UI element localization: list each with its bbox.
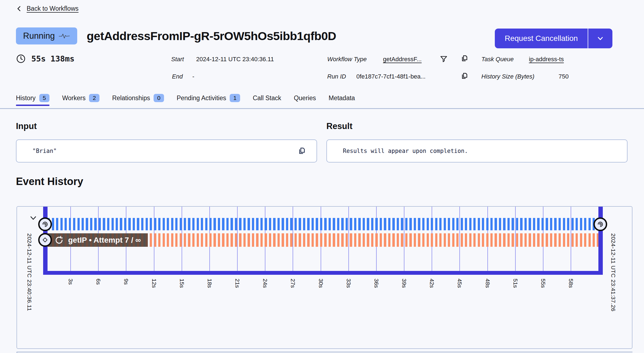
tab-label: Call Stack (253, 94, 281, 102)
tab-count-badge: 1 (230, 94, 240, 102)
tab-label: History (16, 94, 36, 102)
axis-tick-label: 42s (429, 279, 435, 288)
history-size-value: 750 (559, 73, 569, 80)
timeline-axis (43, 271, 603, 275)
chevron-down-icon (596, 34, 604, 43)
tab-label: Queries (294, 94, 316, 102)
axis-tick-label: 30s (318, 279, 324, 288)
axis-tick-label: 12s (151, 279, 157, 288)
tab-count-badge: 5 (39, 94, 50, 102)
tab-workers[interactable]: Workers 2 (62, 94, 99, 106)
event-history-timeline: getIP • Attempt 7 / ∞ 2024-12-11 UTC 23:… (16, 206, 632, 349)
heartbeat-icon (59, 32, 70, 40)
axis-tick-label: 15s (179, 279, 185, 288)
axis-tick-label: 18s (206, 279, 213, 288)
status-badge: Running (16, 27, 77, 44)
event-history-heading: Event History (16, 176, 83, 187)
axis-tick-label: 21s (234, 279, 241, 288)
back-to-workflows-link[interactable]: Back to Workflows (15, 5, 79, 12)
axis-tick-label: 9s (123, 279, 129, 285)
activity-node[interactable] (38, 233, 52, 247)
task-queue-link[interactable]: ip-address-ts (529, 56, 564, 63)
copy-input-button[interactable] (297, 146, 306, 156)
back-link-label: Back to Workflows (27, 5, 79, 12)
tab-label: Workers (62, 94, 85, 102)
axis-tick-label: 24s (262, 279, 268, 288)
start-label: Start (171, 56, 184, 63)
filter-workflow-type-button[interactable] (440, 55, 448, 63)
copy-run-id-button[interactable] (460, 72, 468, 80)
chevron-down-icon (29, 213, 38, 223)
workflow-latest-node[interactable] (593, 217, 607, 231)
activity-attempt-pill[interactable]: getIP • Attempt 7 / ∞ (48, 233, 149, 247)
tab-label: Pending Activities (177, 94, 226, 102)
axis-tick-label: 36s (373, 279, 380, 288)
axis-tick-label: 48s (484, 279, 491, 288)
tab-label: Metadata (329, 94, 355, 102)
duration-value: 55s 138ms (31, 54, 74, 63)
workflow-type-label: Workflow Type (327, 56, 367, 63)
axis-tick-label: 27s (290, 279, 296, 288)
input-heading: Input (16, 121, 37, 131)
start-value: 2024-12-11 UTC 23:40:36.11 (196, 56, 274, 63)
copy-icon (297, 146, 306, 156)
copy-workflow-type-button[interactable] (460, 54, 468, 63)
result-box: Results will appear upon completion. (326, 139, 628, 163)
tab-bar: History 5 Workers 2 Relationships 0 Pend… (16, 94, 355, 106)
axis-tick-label: 39s (401, 279, 407, 288)
workflow-started-node[interactable] (38, 217, 52, 231)
diamond-icon (42, 237, 48, 243)
copy-icon (460, 72, 468, 80)
spiral-icon (41, 221, 49, 228)
status-label: Running (23, 31, 55, 41)
tab-history[interactable]: History 5 (16, 94, 49, 106)
end-value: - (192, 73, 194, 80)
expand-timeline-button[interactable] (29, 213, 38, 224)
run-id-label: Run ID (327, 73, 346, 80)
run-id-value: 0fe187c7-7cf1-48f1-bea... (356, 73, 426, 80)
tab-metadata[interactable]: Metadata (329, 94, 355, 106)
input-box: "Brian" (16, 139, 317, 163)
clock-icon (16, 54, 26, 64)
workflow-execution-lane (48, 218, 598, 230)
tab-relationships[interactable]: Relationships 0 (112, 94, 164, 106)
axis-tick-label: 6s (95, 279, 102, 285)
axis-tick-label: 51s (512, 279, 519, 288)
result-placeholder-text: Results will appear upon completion. (343, 148, 627, 154)
axis-tick-label: 55s (540, 279, 546, 288)
copy-icon (460, 54, 468, 63)
retry-icon (55, 236, 63, 245)
cancellation-menu-button[interactable] (588, 29, 612, 48)
duration-indicator: 55s 138ms (16, 54, 74, 64)
tab-label: Relationships (112, 94, 150, 102)
tab-count-badge: 2 (89, 94, 99, 102)
workflow-type-link[interactable]: getAddressF... (383, 56, 422, 63)
spiral-icon (597, 221, 604, 228)
tab-count-badge: 0 (154, 94, 164, 102)
workflow-title: getAddressFromIP-gR-5rOW5hOs5ibb1qfb0D (87, 29, 336, 43)
request-cancellation-split-button: Request Cancellation (495, 29, 612, 48)
axis-tick-label: 45s (456, 279, 463, 288)
axis-tick-label: 3s (67, 279, 74, 285)
axis-tick-label: 58s (568, 279, 574, 288)
timeline-end-timestamp: 2024-12-11 UTC 23:41:37.26 (610, 233, 617, 312)
next-section-edge (16, 352, 632, 353)
workflow-detail-page: Back to Workflows Running getAddressFrom… (0, 0, 644, 353)
tab-pending-activities[interactable]: Pending Activities 1 (177, 94, 240, 106)
task-queue-label: Task Queue (481, 56, 514, 63)
result-heading: Result (326, 121, 352, 131)
tab-call-stack[interactable]: Call Stack (253, 94, 281, 106)
end-label: End (172, 73, 183, 80)
timeline-end-bar (598, 207, 603, 275)
axis-tick-label: 33s (345, 279, 352, 288)
history-size-label: History Size (Bytes) (481, 73, 534, 80)
tab-queries[interactable]: Queries (294, 94, 316, 106)
tabs-divider (0, 108, 644, 109)
request-cancellation-button[interactable]: Request Cancellation (495, 29, 588, 48)
chevron-left-icon (15, 5, 23, 12)
funnel-icon (440, 55, 448, 63)
title-row: Running getAddressFromIP-gR-5rOW5hOs5ibb… (16, 27, 336, 44)
input-value: "Brian" (32, 148, 297, 154)
timeline-start-timestamp: 2024-12-11 UTC 23:40:36.11 (26, 233, 33, 311)
activity-attempt-label: getIP • Attempt 7 / ∞ (68, 236, 141, 245)
